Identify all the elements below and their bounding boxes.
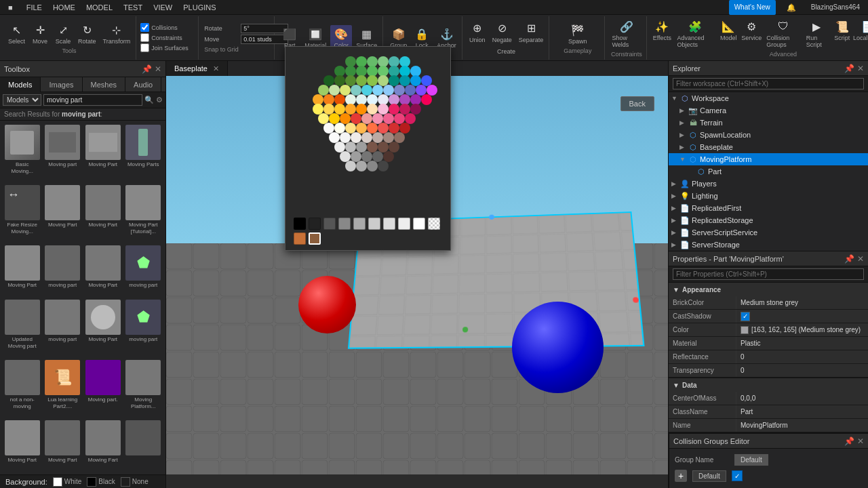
color-swatch[interactable]	[367, 94, 378, 105]
collision-groups-pin-icon[interactable]: 📌	[844, 436, 854, 446]
list-item[interactable]: moving part	[43, 244, 83, 297]
model-btn[interactable]: 📐 Model	[717, 18, 739, 49]
tree-lighting[interactable]: ▶ 💡 Lighting	[669, 190, 868, 202]
list-item[interactable]: ↔ Fake Resize Moving...	[3, 184, 42, 243]
tree-baseplate[interactable]: ▶ ⬡ Baseplate	[669, 141, 868, 153]
toolbox-tab-meshes[interactable]: Meshes	[83, 77, 126, 92]
color-swatch[interactable]	[410, 104, 421, 115]
color-swatch[interactable]	[378, 75, 389, 86]
color-swatch[interactable]	[345, 94, 356, 105]
color-swatch[interactable]	[372, 151, 383, 162]
color-swatch[interactable]	[356, 94, 367, 105]
list-item[interactable]: ⬟ moving part	[124, 244, 163, 297]
list-item[interactable]: Moving part	[43, 123, 83, 182]
color-swatch[interactable]	[378, 66, 389, 77]
reflectance-val[interactable]: 0	[736, 353, 868, 361]
spawn-btn[interactable]: 🏁 Spawn	[566, 21, 590, 46]
menu-item-plugins[interactable]: PLUGINS	[178, 0, 221, 15]
color-swatch[interactable]	[399, 56, 410, 67]
color-swatch[interactable]	[361, 113, 372, 124]
color-swatch[interactable]	[351, 85, 361, 96]
list-item[interactable]: 📜 Lua learning Part2....	[43, 359, 83, 418]
advanced-objects-btn[interactable]: 🧩 Advanced Objects	[674, 18, 716, 49]
color-swatch[interactable]	[367, 104, 378, 115]
center-of-mass-val[interactable]: 0,0,0	[736, 394, 868, 402]
color-swatch[interactable]	[356, 142, 367, 152]
constraints-check[interactable]: Constraints	[140, 33, 182, 42]
negate-btn[interactable]: ⊘ Negate	[490, 20, 515, 45]
properties-search-input[interactable]	[673, 268, 864, 280]
collision-groups-btn[interactable]: 🛡 Collision Groups	[764, 18, 802, 49]
color-swatch[interactable]	[372, 132, 383, 143]
color-swatch[interactable]	[378, 56, 389, 67]
add-group-icon[interactable]: +	[675, 470, 687, 482]
color-swatch[interactable]	[323, 94, 334, 105]
tree-spawn-location[interactable]: ▶ ⬡ SpawnLocation	[669, 129, 868, 141]
menu-item-view[interactable]: VIEW	[148, 0, 178, 15]
list-item[interactable]: Moving Part	[43, 184, 83, 243]
color-swatch[interactable]	[345, 56, 356, 67]
toolbox-tab-audio[interactable]: Audio	[125, 77, 161, 92]
explorer-search-input[interactable]	[673, 78, 864, 89]
color-swatch-nearlwhite[interactable]	[398, 218, 410, 230]
color-swatch[interactable]	[323, 75, 334, 86]
color-swatch-darkgrey[interactable]	[309, 218, 321, 230]
color-swatch[interactable]	[361, 85, 372, 96]
color-swatch[interactable]	[367, 142, 378, 152]
color-swatch-transparent[interactable]	[428, 218, 440, 230]
color-swatch[interactable]	[421, 94, 432, 105]
color-swatch[interactable]	[313, 94, 323, 105]
tree-replicated-storage[interactable]: ▶ 📄 ReplicatedStorage	[669, 214, 868, 226]
viewport-tab-baseplate[interactable]: Baseplate ✕	[166, 61, 228, 76]
tree-server-storage[interactable]: ▶ 📄 ServerStorage	[669, 239, 868, 251]
color-swatch[interactable]	[313, 104, 323, 115]
default-group-btn[interactable]: Default	[734, 454, 768, 466]
color-swatch[interactable]	[410, 94, 421, 105]
color-swatch[interactable]	[427, 85, 437, 96]
transform-btn[interactable]: ⊹ Transform	[100, 21, 134, 46]
toolbox-tab-images[interactable]: Images	[41, 77, 82, 92]
color-swatch[interactable]	[367, 56, 378, 67]
color-swatch[interactable]	[378, 123, 389, 134]
color-swatch[interactable]	[356, 104, 367, 115]
color-swatch[interactable]	[389, 123, 399, 134]
color-swatch[interactable]	[378, 142, 389, 152]
color-swatch[interactable]	[410, 66, 421, 77]
color-swatch[interactable]	[405, 113, 416, 124]
appearance-section-header[interactable]: ▼ Appearance	[669, 283, 868, 296]
list-item[interactable]: Moving Part	[83, 184, 123, 243]
color-swatch[interactable]	[334, 104, 345, 115]
data-section-header[interactable]: ▼ Data	[669, 378, 868, 392]
color-swatch[interactable]	[334, 75, 345, 86]
tree-terrain[interactable]: ▶ 🏔 Terrain	[669, 117, 868, 129]
join-surfaces-checkbox[interactable]	[140, 43, 149, 52]
cast-shadow-val[interactable]: ✓	[736, 312, 868, 321]
color-swatch[interactable]	[329, 85, 340, 96]
tree-replicated-first[interactable]: ▶ 📄 ReplicatedFirst	[669, 202, 868, 214]
name-val[interactable]: MovingPlatform	[736, 422, 868, 429]
color-swatch[interactable]	[356, 123, 367, 134]
bg-white-swatch[interactable]	[53, 477, 62, 487]
color-swatch-selected[interactable]	[294, 232, 306, 245]
color-swatch[interactable]	[323, 104, 334, 115]
color-swatch[interactable]	[389, 94, 399, 105]
default-group-btn2[interactable]: Default	[692, 470, 726, 482]
transparency-val[interactable]: 0	[736, 367, 868, 374]
show-welds-btn[interactable]: 🔗 Show Welds	[609, 18, 644, 49]
color-swatch[interactable]	[356, 56, 367, 67]
script-btn[interactable]: 📜 Script	[831, 18, 853, 49]
tree-server-script-service[interactable]: ▶ 📄 ServerScriptService	[669, 226, 868, 239]
bg-none-option[interactable]: None	[121, 477, 149, 487]
select-btn[interactable]: ↖ Select	[5, 21, 28, 46]
color-swatch[interactable]	[405, 85, 416, 96]
list-item[interactable]: moving part	[43, 298, 83, 357]
material-val[interactable]: Plastic	[736, 340, 868, 347]
color-swatch[interactable]	[345, 142, 356, 152]
color-swatch[interactable]	[345, 123, 356, 134]
color-swatch[interactable]	[378, 94, 389, 105]
tree-part[interactable]: ⬡ Part	[669, 165, 868, 178]
color-swatch[interactable]	[340, 151, 351, 162]
list-item[interactable]: Moving Parts	[124, 123, 163, 182]
color-swatch[interactable]	[399, 75, 410, 86]
menu-item-home[interactable]: HOME	[47, 0, 81, 15]
